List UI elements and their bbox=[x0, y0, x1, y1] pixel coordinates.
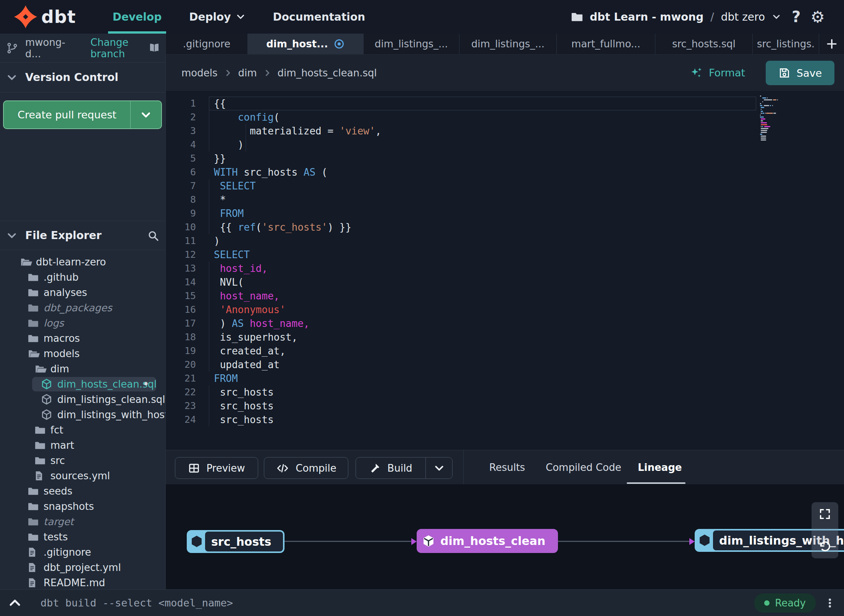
breadcrumb-chevron-icon bbox=[263, 69, 272, 77]
build-button[interactable]: Build bbox=[356, 457, 453, 479]
tree-item-fct[interactable]: fct bbox=[0, 422, 165, 438]
code-line-13[interactable]: 13 host_id, bbox=[166, 262, 844, 275]
settings-gear-icon[interactable]: ⚙ bbox=[810, 8, 825, 26]
format-button[interactable]: Format bbox=[690, 55, 745, 91]
editor-tab-src_hosts.sql[interactable]: src_hosts.sql bbox=[655, 34, 753, 54]
nav-item-label: Develop bbox=[113, 11, 162, 23]
code-line-2[interactable]: 2 config( bbox=[166, 110, 844, 124]
panel-tab-results[interactable]: Results bbox=[489, 450, 525, 484]
editor-tab-.gitignore[interactable]: .gitignore bbox=[166, 34, 248, 54]
tree-item-.github[interactable]: .github bbox=[0, 270, 165, 285]
code-line-24[interactable]: 24 src_hosts bbox=[166, 413, 844, 427]
editor-tab-mart_fullmo...[interactable]: mart_fullmo... bbox=[557, 34, 655, 54]
code-line-21[interactable]: 21FROM bbox=[166, 372, 844, 385]
status-badge[interactable]: Ready bbox=[754, 593, 816, 613]
code-line-14[interactable]: 14 NVL( bbox=[166, 275, 844, 289]
version-control-header[interactable]: Version Control bbox=[0, 63, 165, 92]
code-line-11[interactable]: 11) bbox=[166, 234, 844, 248]
command-input[interactable]: dbt build --select <model_name> bbox=[40, 597, 233, 609]
code-line-18[interactable]: 18 is_superhost, bbox=[166, 330, 844, 344]
code-line-9[interactable]: 9 FROM bbox=[166, 207, 844, 220]
nav-item-develop[interactable]: Develop bbox=[99, 0, 175, 34]
tree-item-dbt_packages[interactable]: dbt_packages bbox=[0, 300, 165, 315]
fullscreen-icon[interactable] bbox=[818, 508, 831, 521]
create-pull-request-label[interactable]: Create pull request bbox=[4, 101, 131, 128]
tree-item-dbt_project.yml[interactable]: dbt_project.yml bbox=[0, 560, 165, 575]
tree-item-.gitignore[interactable]: .gitignore bbox=[0, 545, 165, 560]
lineage-canvas[interactable]: src_hostsdim_hosts_cleandim_listings_wit… bbox=[166, 484, 844, 589]
code-line-6[interactable]: 6WITH src_hosts AS ( bbox=[166, 165, 844, 179]
tree-item-dim[interactable]: dim bbox=[0, 361, 165, 377]
tree-item-analyses[interactable]: analyses bbox=[0, 285, 165, 300]
editor-tabbar: .gitignoredim_host...dim_listings_...dim… bbox=[166, 34, 844, 55]
folder-icon bbox=[27, 501, 40, 512]
lineage-node-dim_hosts_clean[interactable]: dim_hosts_clean bbox=[417, 529, 558, 553]
tree-item-target[interactable]: target bbox=[0, 514, 165, 529]
reset-view-icon[interactable] bbox=[818, 540, 831, 553]
code-line-15[interactable]: 15 host_name, bbox=[166, 289, 844, 303]
preview-button[interactable]: Preview bbox=[175, 457, 258, 479]
tree-item-seeds[interactable]: seeds bbox=[0, 483, 165, 499]
editor-tab-src_listings.[interactable]: src_listings. bbox=[753, 34, 819, 54]
code-line-text: materialized = 'view', bbox=[214, 124, 381, 138]
tree-item-dim_hosts_clean.sql[interactable]: dim_hosts_clean.sql• bbox=[0, 377, 165, 392]
code-line-20[interactable]: 20 updated_at bbox=[166, 358, 844, 372]
tree-item-sources.yml[interactable]: sources.yml bbox=[0, 468, 165, 483]
minimap-segment bbox=[773, 99, 777, 100]
editor-tab-dim_listings_...[interactable]: dim_listings_... bbox=[364, 34, 459, 54]
code-editor[interactable]: 1{{2 config(3 materialized = 'view',4 )5… bbox=[166, 91, 844, 450]
tree-item-readme.md[interactable]: README.md bbox=[0, 575, 165, 589]
expand-console-chevron-icon[interactable] bbox=[8, 596, 22, 610]
panel-tab-lineage[interactable]: Lineage bbox=[638, 450, 682, 484]
tree-item-src[interactable]: src bbox=[0, 453, 165, 468]
tree-item-dim_listings_clean.sql[interactable]: dim_listings_clean.sql bbox=[0, 392, 165, 407]
code-line-1[interactable]: 1{{ bbox=[166, 97, 844, 110]
lineage-node-src_hosts[interactable]: src_hosts bbox=[187, 530, 285, 553]
code-line-3[interactable]: 3 materialized = 'view', bbox=[166, 124, 844, 138]
breadcrumb-item[interactable]: models bbox=[181, 67, 218, 79]
editor-tab-dim_listings_...[interactable]: dim_listings_... bbox=[459, 34, 557, 54]
folder-icon bbox=[34, 424, 47, 436]
docs-book-icon[interactable] bbox=[146, 41, 162, 55]
compile-button[interactable]: Compile bbox=[264, 457, 348, 479]
code-line-22[interactable]: 22 src_hosts bbox=[166, 385, 844, 399]
tree-item-macros[interactable]: macros bbox=[0, 331, 165, 346]
tree-item-dim_listings_with_hosts...[interactable]: dim_listings_with_hosts... bbox=[0, 407, 165, 422]
tree-item-mart[interactable]: mart bbox=[0, 438, 165, 453]
tree-item-tests[interactable]: tests bbox=[0, 529, 165, 545]
code-line-4[interactable]: 4 ) bbox=[166, 138, 844, 152]
code-line-5[interactable]: 5}} bbox=[166, 152, 844, 165]
build-dropdown-caret[interactable] bbox=[425, 458, 452, 479]
help-icon[interactable]: ? bbox=[792, 8, 800, 26]
code-line-12[interactable]: 12SELECT bbox=[166, 248, 844, 262]
project-selector[interactable]: dbt Learn - mwong / dbt zero bbox=[571, 10, 782, 23]
nav-item-documentation[interactable]: Documentation bbox=[259, 0, 379, 34]
tree-item-dbt-learn-zero[interactable]: dbt-learn-zero bbox=[0, 254, 165, 270]
code-line-8[interactable]: 8 * bbox=[166, 193, 844, 207]
code-line-19[interactable]: 19 created_at, bbox=[166, 344, 844, 358]
breadcrumb-item[interactable]: dim_hosts_clean.sql bbox=[278, 67, 377, 79]
search-icon[interactable] bbox=[147, 230, 159, 242]
new-tab-plus-icon[interactable] bbox=[819, 34, 844, 54]
dbt-logo[interactable]: dbt bbox=[14, 5, 76, 29]
file-explorer-header[interactable]: File Explorer bbox=[0, 221, 165, 250]
folder-icon bbox=[27, 516, 40, 527]
code-line-16[interactable]: 16 'Anonymous' bbox=[166, 303, 844, 317]
unsaved-indicator-icon[interactable] bbox=[333, 38, 345, 50]
tree-item-models[interactable]: models bbox=[0, 346, 165, 361]
breadcrumb-item[interactable]: dim bbox=[238, 67, 257, 79]
kebab-menu-icon[interactable] bbox=[824, 597, 836, 610]
create-pr-dropdown-caret[interactable] bbox=[131, 101, 161, 128]
panel-tab-compiled-code[interactable]: Compiled Code bbox=[546, 450, 621, 484]
save-button[interactable]: Save bbox=[766, 61, 834, 85]
code-line-text: is_superhost, bbox=[214, 330, 298, 344]
code-line-17[interactable]: 17 ) AS host_name, bbox=[166, 317, 844, 330]
code-line-7[interactable]: 7 SELECT bbox=[166, 179, 844, 193]
tree-item-logs[interactable]: logs bbox=[0, 315, 165, 331]
create-pull-request-button[interactable]: Create pull request bbox=[3, 100, 162, 129]
code-line-10[interactable]: 10 {{ ref('src_hosts') }} bbox=[166, 220, 844, 234]
nav-item-deploy[interactable]: Deploy bbox=[175, 0, 259, 34]
code-line-23[interactable]: 23 src_hosts bbox=[166, 399, 844, 413]
tree-item-snapshots[interactable]: snapshots bbox=[0, 499, 165, 514]
editor-tab-dim_host...[interactable]: dim_host... bbox=[248, 34, 364, 54]
